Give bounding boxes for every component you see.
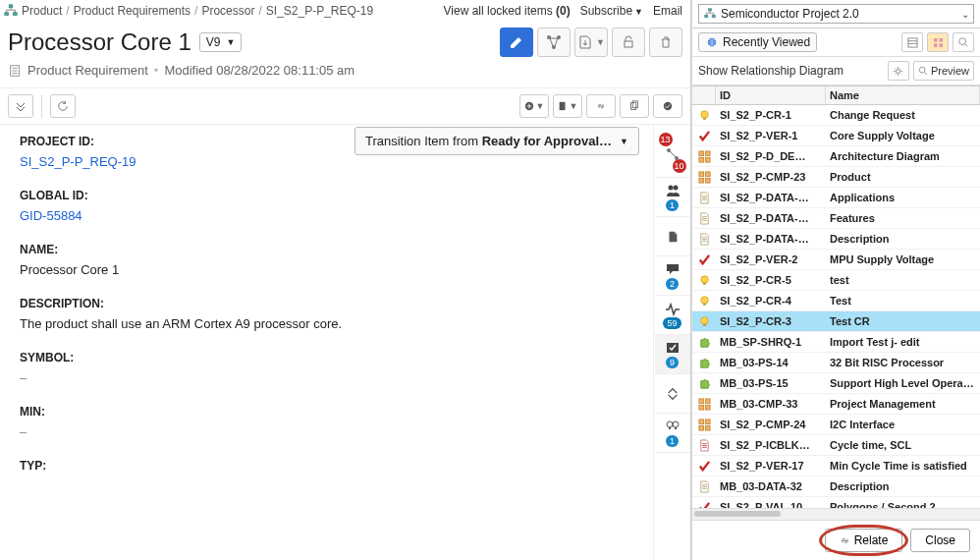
add-dropdown[interactable]: ▼: [519, 94, 549, 118]
table-row[interactable]: SI_S2_P-DATA-…Description: [692, 229, 980, 250]
attachments-tab[interactable]: [655, 217, 690, 256]
edit-button[interactable]: [500, 28, 533, 57]
label-name: NAME:: [20, 243, 633, 256]
people-tab[interactable]: 1: [655, 178, 690, 217]
bc-processor[interactable]: Processor: [201, 4, 254, 18]
expand-toggle[interactable]: [8, 94, 33, 118]
svg-point-18: [668, 186, 673, 191]
ideas-tab[interactable]: 1: [655, 414, 690, 453]
svg-rect-14: [632, 101, 637, 108]
table-row[interactable]: SI_S2_P-CR-3Test CR: [692, 311, 980, 332]
check-red-icon: [692, 458, 716, 475]
row-id: SI_S2_P-DATA-…: [716, 190, 826, 205]
row-name: Test: [826, 293, 980, 308]
transition-dropdown[interactable]: Transition Item from Ready for Approval……: [354, 127, 639, 155]
copy-button[interactable]: [620, 94, 649, 118]
workflow-button[interactable]: [537, 28, 571, 57]
table-row[interactable]: MB_03-PS-1432 Bit RISC Processor: [692, 353, 980, 373]
table-row[interactable]: SI_S2_P-VAL-10Polygons / Second 2: [692, 497, 980, 508]
row-name: Architecture Diagram: [826, 148, 980, 164]
value-project-id[interactable]: SI_S2_P-P_REQ-19: [20, 154, 633, 169]
table-row[interactable]: MB_03-DATA-32Description: [692, 476, 980, 497]
table-row[interactable]: SI_S2_P-VER-17Min Cycle Time is satisfie…: [692, 456, 980, 476]
table-row[interactable]: MB_SP-SHRQ-1Import Test j- edit: [692, 332, 980, 353]
row-name: Test CR: [826, 313, 980, 329]
grid-icon: [692, 417, 716, 433]
view-grid[interactable]: [927, 32, 949, 52]
puzzle-icon: [692, 334, 716, 351]
table-row[interactable]: MB_03-PS-15Support High Level Operating: [692, 373, 980, 394]
diagram-settings[interactable]: [888, 61, 909, 81]
row-name: 32 Bit RISC Processor: [826, 355, 980, 370]
recently-viewed-tab[interactable]: Recently Viewed: [698, 32, 817, 52]
table-row[interactable]: SI_S2_P-CMP-24I2C Interface: [692, 415, 980, 435]
close-button[interactable]: Close: [910, 529, 970, 552]
bc-current: SI_S2_P-P_REQ-19: [266, 4, 373, 18]
resize-tab[interactable]: [655, 374, 690, 414]
relate-button[interactable]: Relate: [825, 529, 903, 552]
link-button[interactable]: [586, 94, 616, 118]
svg-rect-44: [698, 150, 703, 155]
svg-rect-30: [907, 37, 916, 46]
comments-tab[interactable]: 2: [655, 256, 690, 296]
relationship-diagram-link[interactable]: Show Relationship Diagram: [698, 64, 844, 78]
view-list[interactable]: [901, 32, 923, 52]
bc-requirements[interactable]: Product Requirements: [74, 4, 191, 18]
row-id: SI_S2_P-CR-4: [716, 293, 826, 308]
row-id: SI_S2_P-VER-2: [716, 252, 826, 267]
value-global-id[interactable]: GID-55884: [20, 208, 633, 223]
table-row[interactable]: MB_03-CMP-33Project Management: [692, 394, 980, 415]
check-red-icon: [692, 252, 716, 268]
row-name: Description: [826, 478, 980, 494]
subscribe-dropdown[interactable]: Subscribe▼: [580, 4, 643, 18]
table-row[interactable]: SI_S2_P-DATA-…Applications: [692, 188, 980, 208]
doc-icon: [8, 64, 22, 78]
table-row[interactable]: SI_S2_P-DATA-…Features: [692, 208, 980, 229]
row-name: Polygons / Second 2: [826, 499, 980, 508]
table-row[interactable]: SI_S2_P-VER-2MPU Supply Voltage: [692, 250, 980, 270]
svg-rect-6: [625, 41, 632, 47]
row-name: Product: [826, 169, 980, 185]
refresh-button[interactable]: [50, 94, 76, 118]
view-locked-link[interactable]: View all locked items (0): [444, 4, 571, 18]
row-id: SI_S2_P-CMP-23: [716, 169, 826, 185]
meta-type: Product Requirement: [27, 63, 148, 78]
table-row[interactable]: SI_S2_P-CR-5test: [692, 270, 980, 291]
export-dropdown[interactable]: ▼: [574, 28, 608, 57]
svg-rect-35: [933, 43, 937, 47]
relations-tab[interactable]: 13 10: [655, 131, 690, 178]
doc-icon: [692, 190, 716, 206]
svg-rect-50: [698, 178, 703, 183]
table-row[interactable]: SI_S2_P-VER-1Core Supply Voltage: [692, 126, 980, 146]
grid-body[interactable]: SI_S2_P-CR-1Change RequestSI_S2_P-VER-1C…: [692, 105, 980, 508]
table-row[interactable]: SI_S2_P-ICBLK…Cycle time, SCL: [692, 435, 980, 456]
table-row[interactable]: SI_S2_P-D_DE…Architecture Diagram: [692, 146, 980, 167]
meta-modified: Modified 08/28/2022 08:11:05 am: [164, 63, 354, 78]
delete-button[interactable]: [649, 28, 682, 57]
table-row[interactable]: SI_S2_P-CR-4Test: [692, 291, 980, 311]
svg-point-42: [700, 110, 707, 117]
puzzle-icon: [692, 355, 716, 371]
check-button[interactable]: [653, 94, 682, 118]
activity-tab[interactable]: 59: [655, 296, 690, 335]
email-link[interactable]: Email: [653, 4, 682, 18]
row-id: MB_03-CMP-33: [716, 396, 826, 412]
doc-dropdown[interactable]: ▼: [553, 94, 582, 118]
project-selector[interactable]: Semiconductor Project 2.0 ⌄: [698, 4, 974, 24]
verify-tab[interactable]: 9: [655, 335, 690, 374]
row-id: SI_S2_P-VAL-10: [716, 499, 826, 508]
version-dropdown[interactable]: V9▼: [199, 32, 243, 52]
label-global-id: GLOBAL ID:: [20, 189, 633, 202]
bulb-icon: [692, 293, 716, 309]
svg-rect-67: [698, 398, 703, 403]
lock-button[interactable]: [612, 28, 645, 57]
svg-point-40: [919, 67, 925, 73]
row-id: SI_S2_P-CR-1: [716, 107, 826, 123]
horizontal-scrollbar[interactable]: [692, 508, 980, 520]
search-button[interactable]: [953, 32, 974, 52]
table-row[interactable]: SI_S2_P-CMP-23Product: [692, 167, 980, 188]
svg-rect-49: [705, 171, 710, 176]
preview-button[interactable]: Preview: [913, 61, 974, 81]
table-row[interactable]: SI_S2_P-CR-1Change Request: [692, 105, 980, 126]
bc-product[interactable]: Product: [22, 4, 62, 18]
